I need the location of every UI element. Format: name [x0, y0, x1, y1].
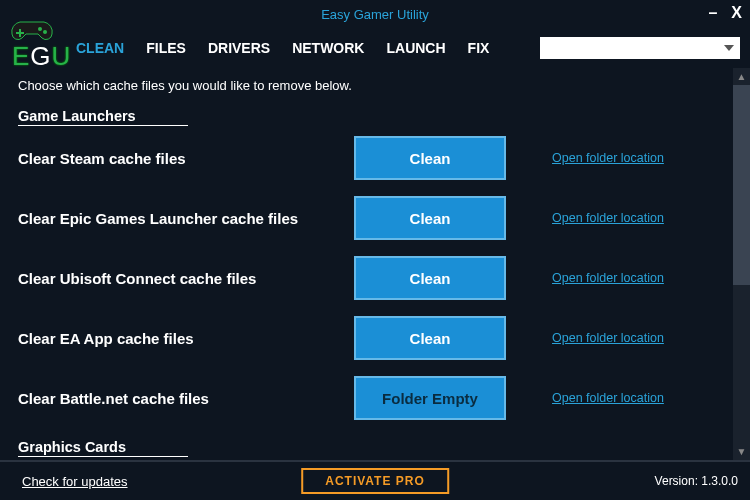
title-bar: Easy Gamer Utility – X — [0, 0, 750, 28]
row-epic: Clear Epic Games Launcher cache files Cl… — [18, 188, 744, 248]
close-icon[interactable]: X — [731, 4, 742, 22]
open-folder-link[interactable]: Open folder location — [552, 271, 664, 285]
row-label: Clear Epic Games Launcher cache files — [18, 210, 354, 227]
minimize-icon[interactable]: – — [708, 4, 717, 22]
open-folder-link[interactable]: Open folder location — [552, 331, 664, 345]
vertical-scrollbar[interactable]: ▲ ▼ — [733, 68, 750, 460]
footer-bar: Check for updates ACTIVATE PRO Version: … — [0, 460, 750, 500]
check-updates-link[interactable]: Check for updates — [22, 474, 128, 489]
row-steam: Clear Steam cache files Clean Open folde… — [18, 128, 744, 188]
svg-point-0 — [38, 27, 42, 31]
row-label: Clear Ubisoft Connect cache files — [18, 270, 354, 287]
scroll-down-icon[interactable]: ▼ — [733, 443, 750, 460]
row-ubisoft: Clear Ubisoft Connect cache files Clean … — [18, 248, 744, 308]
section-game-launchers: Game Launchers — [18, 108, 188, 126]
svg-rect-3 — [16, 32, 24, 34]
row-label: Clear Battle.net cache files — [18, 390, 354, 407]
tab-drivers[interactable]: DRIVERS — [208, 40, 270, 56]
row-label: Clear Steam cache files — [18, 150, 354, 167]
content: Choose which cache files you would like … — [0, 68, 750, 460]
tab-clean[interactable]: CLEAN — [76, 40, 124, 56]
profile-dropdown[interactable] — [540, 37, 740, 59]
tab-files[interactable]: FILES — [146, 40, 186, 56]
main-nav: CLEAN FILES DRIVERS NETWORK LAUNCH FIX — [76, 40, 489, 56]
window-title: Easy Gamer Utility — [321, 7, 429, 22]
row-label: Clear EA App cache files — [18, 330, 354, 347]
activate-pro-button[interactable]: ACTIVATE PRO — [301, 468, 449, 494]
scroll-up-icon[interactable]: ▲ — [733, 68, 750, 85]
clean-button[interactable]: Clean — [354, 136, 506, 180]
clean-button[interactable]: Clean — [354, 196, 506, 240]
version-label: Version: 1.3.0.0 — [655, 474, 738, 488]
clean-button[interactable]: Clean — [354, 256, 506, 300]
tab-network[interactable]: NETWORK — [292, 40, 364, 56]
open-folder-link[interactable]: Open folder location — [552, 211, 664, 225]
tab-launch[interactable]: LAUNCH — [386, 40, 445, 56]
open-folder-link[interactable]: Open folder location — [552, 391, 664, 405]
folder-empty-button[interactable]: Folder Empty — [354, 376, 506, 420]
app-logo: E G U — [6, 28, 66, 68]
row-ea: Clear EA App cache files Clean Open fold… — [18, 308, 744, 368]
window-controls: – X — [708, 4, 742, 22]
row-battlenet: Clear Battle.net cache files Folder Empt… — [18, 368, 744, 428]
clean-button[interactable]: Clean — [354, 316, 506, 360]
section-graphics-cards: Graphics Cards — [18, 439, 188, 457]
svg-point-1 — [43, 30, 47, 34]
header: E G U CLEAN FILES DRIVERS NETWORK LAUNCH… — [0, 28, 750, 68]
scroll-thumb[interactable] — [733, 85, 750, 285]
open-folder-link[interactable]: Open folder location — [552, 151, 664, 165]
tab-fix[interactable]: FIX — [468, 40, 490, 56]
instruction-text: Choose which cache files you would like … — [18, 78, 744, 93]
